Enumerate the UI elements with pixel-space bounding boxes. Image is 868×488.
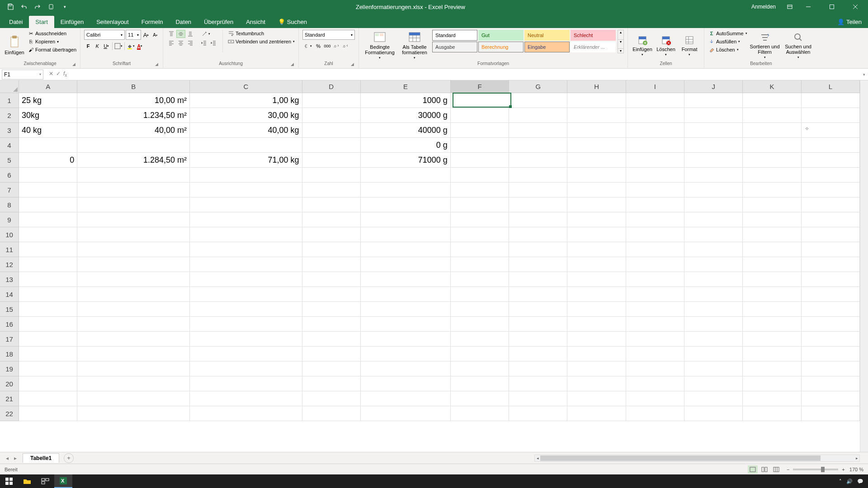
cell-I2[interactable] xyxy=(626,108,684,123)
cell-J4[interactable] xyxy=(684,138,743,153)
cell-G4[interactable] xyxy=(509,138,567,153)
cell-J7[interactable] xyxy=(684,183,743,197)
style-cell-5[interactable]: Berechnung xyxy=(478,42,524,52)
cell-I19[interactable] xyxy=(626,361,684,376)
cell-H19[interactable] xyxy=(567,361,626,376)
row-header-20[interactable]: 20 xyxy=(0,376,19,391)
insert-cells-button[interactable]: Einfügen▾ xyxy=(632,30,653,61)
cell-H12[interactable] xyxy=(567,257,626,272)
row-header-5[interactable]: 5 xyxy=(0,153,19,168)
cell-G22[interactable] xyxy=(509,406,567,421)
cell-H13[interactable] xyxy=(567,272,626,287)
cell-A6[interactable] xyxy=(19,168,77,183)
align-center-button[interactable] xyxy=(176,39,185,47)
zoom-in-button[interactable]: + xyxy=(842,467,844,472)
border-button[interactable]: ▾ xyxy=(114,42,123,51)
font-name-combo[interactable]: Calibri▾ xyxy=(84,30,125,40)
number-dialog-launcher[interactable]: ◢ xyxy=(349,62,355,67)
undo-icon[interactable] xyxy=(19,2,29,12)
row-header-14[interactable]: 14 xyxy=(0,287,19,302)
clipboard-dialog-launcher[interactable]: ◢ xyxy=(71,62,76,67)
cell-C5[interactable]: 71,00 kg xyxy=(190,153,302,168)
cell-C21[interactable] xyxy=(190,391,302,406)
start-button[interactable] xyxy=(0,474,18,488)
cell-B2[interactable]: 1.234,50 m² xyxy=(77,108,190,123)
row-header-21[interactable]: 21 xyxy=(0,391,19,406)
cell-D8[interactable] xyxy=(302,197,361,212)
cell-D5[interactable] xyxy=(302,153,361,168)
cell-C15[interactable] xyxy=(190,302,302,317)
cell-A5[interactable]: 0 xyxy=(19,153,77,168)
cell-K7[interactable] xyxy=(743,183,801,197)
cell-D20[interactable] xyxy=(302,376,361,391)
cell-B11[interactable] xyxy=(77,242,190,257)
cell-K3[interactable] xyxy=(743,123,801,138)
cell-D21[interactable] xyxy=(302,391,361,406)
tab-data[interactable]: Daten xyxy=(169,16,198,28)
sheet-nav-first[interactable]: ◂ xyxy=(4,455,11,461)
cell-K17[interactable] xyxy=(743,332,801,347)
cell-D13[interactable] xyxy=(302,272,361,287)
row-header-16[interactable]: 16 xyxy=(0,317,19,332)
font-size-combo[interactable]: 11▾ xyxy=(126,30,141,40)
cell-E11[interactable] xyxy=(361,242,451,257)
increase-decimal-button[interactable]: .0 xyxy=(332,42,340,51)
row-header-12[interactable]: 12 xyxy=(0,257,19,272)
cell-D15[interactable] xyxy=(302,302,361,317)
cell-H6[interactable] xyxy=(567,168,626,183)
cell-E16[interactable] xyxy=(361,317,451,332)
cell-J13[interactable] xyxy=(684,272,743,287)
cell-H7[interactable] xyxy=(567,183,626,197)
font-color-button[interactable]: A▾ xyxy=(136,42,144,51)
cancel-formula-button[interactable]: ✕ xyxy=(49,70,53,78)
cell-A15[interactable] xyxy=(19,302,77,317)
cell-L9[interactable] xyxy=(802,212,860,227)
cell-D12[interactable] xyxy=(302,257,361,272)
cell-G15[interactable] xyxy=(509,302,567,317)
cell-G18[interactable] xyxy=(509,347,567,361)
add-sheet-button[interactable]: + xyxy=(64,453,74,463)
cell-J5[interactable] xyxy=(684,153,743,168)
cell-J20[interactable] xyxy=(684,376,743,391)
cell-H11[interactable] xyxy=(567,242,626,257)
cell-G6[interactable] xyxy=(509,168,567,183)
expand-formula-bar-button[interactable]: ▾ xyxy=(860,72,868,77)
col-header-C[interactable]: C xyxy=(190,80,302,93)
cell-H18[interactable] xyxy=(567,347,626,361)
cell-F18[interactable] xyxy=(451,347,509,361)
row-header-6[interactable]: 6 xyxy=(0,168,19,183)
accounting-format-button[interactable]: €▾ xyxy=(302,42,313,51)
tab-formulas[interactable]: Formeln xyxy=(135,16,170,28)
tab-search[interactable]: 💡Suchen xyxy=(272,16,313,28)
cell-J21[interactable] xyxy=(684,391,743,406)
cell-D22[interactable] xyxy=(302,406,361,421)
tray-notifications-icon[interactable]: 💬 xyxy=(857,479,863,484)
cell-G7[interactable] xyxy=(509,183,567,197)
cell-I6[interactable] xyxy=(626,168,684,183)
cell-K10[interactable] xyxy=(743,227,801,242)
cell-C20[interactable] xyxy=(190,376,302,391)
cell-H4[interactable] xyxy=(567,138,626,153)
cell-K16[interactable] xyxy=(743,317,801,332)
cell-K15[interactable] xyxy=(743,302,801,317)
align-bottom-button[interactable] xyxy=(186,30,195,38)
cell-E2[interactable]: 30000 g xyxy=(361,108,451,123)
cell-L19[interactable] xyxy=(802,361,860,376)
cell-I22[interactable] xyxy=(626,406,684,421)
col-header-G[interactable]: G xyxy=(509,80,567,93)
cell-E17[interactable] xyxy=(361,332,451,347)
row-header-22[interactable]: 22 xyxy=(0,406,19,421)
row-header-7[interactable]: 7 xyxy=(0,183,19,197)
hscroll-right[interactable]: ▸ xyxy=(854,455,859,461)
cell-A21[interactable] xyxy=(19,391,77,406)
cell-H2[interactable] xyxy=(567,108,626,123)
tab-start[interactable]: Start xyxy=(29,16,54,28)
cell-L18[interactable] xyxy=(802,347,860,361)
cell-H5[interactable] xyxy=(567,153,626,168)
cell-B1[interactable]: 10,00 m² xyxy=(77,93,190,108)
cell-L3[interactable] xyxy=(802,123,860,138)
cell-F6[interactable] xyxy=(451,168,509,183)
row-header-1[interactable]: 1 xyxy=(0,93,19,108)
cell-D7[interactable] xyxy=(302,183,361,197)
cell-B4[interactable] xyxy=(77,138,190,153)
